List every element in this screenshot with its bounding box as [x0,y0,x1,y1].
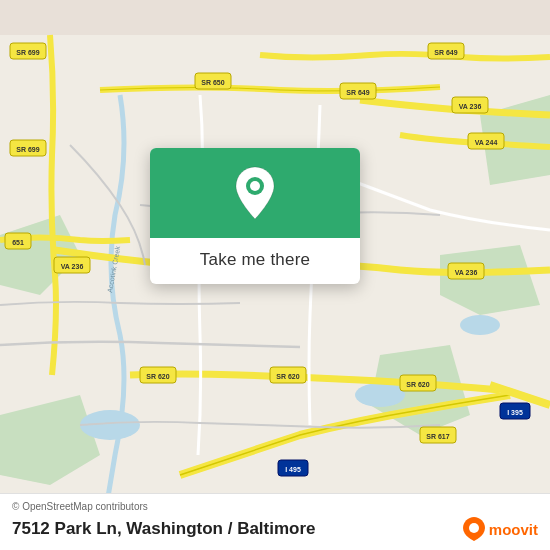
map-container: SR 699 SR 650 SR 649 SR 649 SR 699 VA 23… [0,0,550,550]
svg-point-7 [355,383,405,407]
svg-point-8 [460,315,500,335]
moovit-text: moovit [489,521,538,538]
svg-text:SR 620: SR 620 [406,381,429,388]
svg-text:SR 699: SR 699 [16,146,39,153]
take-me-there-popup: Take me there [150,148,360,284]
location-title: 7512 Park Ln, Washington / Baltimore moo… [12,516,538,542]
svg-text:SR 649: SR 649 [346,89,369,96]
svg-text:651: 651 [12,239,24,246]
take-me-there-button[interactable]: Take me there [200,250,310,270]
svg-text:I 495: I 495 [285,466,301,473]
svg-text:SR 649: SR 649 [434,49,457,56]
svg-text:VA 236: VA 236 [61,263,84,270]
moovit-pin-icon [461,516,487,542]
svg-text:VA 236: VA 236 [459,103,482,110]
svg-text:SR 620: SR 620 [146,373,169,380]
moovit-logo: moovit [461,516,538,542]
location-text: 7512 Park Ln, Washington / Baltimore [12,519,316,539]
svg-point-43 [250,181,260,191]
svg-text:SR 620: SR 620 [276,373,299,380]
svg-text:VA 244: VA 244 [475,139,498,146]
footer: © OpenStreetMap contributors 7512 Park L… [0,493,550,550]
svg-text:VA 236: VA 236 [455,269,478,276]
svg-text:I 395: I 395 [507,409,523,416]
svg-text:SR 617: SR 617 [426,433,449,440]
svg-text:SR 699: SR 699 [16,49,39,56]
svg-text:SR 650: SR 650 [201,79,224,86]
svg-point-44 [469,523,479,533]
location-pin-icon [232,165,278,221]
osm-attribution: © OpenStreetMap contributors [12,501,538,512]
popup-header [150,148,360,238]
